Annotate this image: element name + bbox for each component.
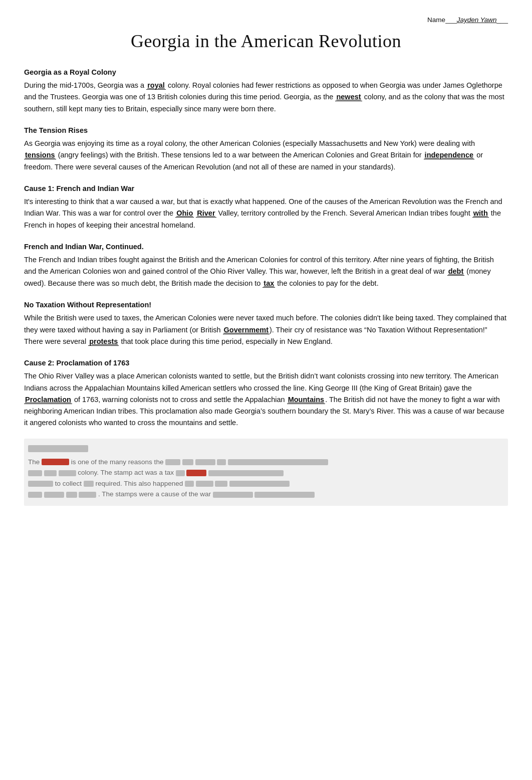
- redacted-section: The is one of the many reasons the colon…: [24, 439, 508, 506]
- name-line: Name___Jayden Yawn___: [24, 15, 508, 26]
- section-cause2-proclamation-1763: Cause 2: Proclamation of 1763The Ohio Ri…: [24, 357, 508, 429]
- fill-in-blank: with: [472, 209, 489, 218]
- section-body-cause2-proclamation-1763: The Ohio River Valley was a place Americ…: [24, 370, 508, 429]
- section-cause1-french-indian-war: Cause 1: French and Indian WarIt's inter…: [24, 183, 508, 231]
- page-title: Georgia in the American Revolution: [24, 28, 508, 56]
- section-tension-rises: The Tension RisesAs Georgia was enjoying…: [24, 125, 508, 173]
- section-title-cause2-proclamation-1763: Cause 2: Proclamation of 1763: [24, 357, 508, 368]
- fill-in-blank: newest: [335, 93, 362, 101]
- section-title-tension-rises: The Tension Rises: [24, 125, 508, 136]
- redacted-line-1: The is one of the many reasons the: [28, 457, 504, 468]
- fill-in-blank: Ohio: [175, 209, 194, 218]
- section-georgia-royal-colony: Georgia as a Royal ColonyDuring the mid-…: [24, 67, 508, 115]
- section-title-cause1-french-indian-war: Cause 1: French and Indian War: [24, 183, 508, 194]
- name-value: Jayden Yawn: [457, 16, 497, 24]
- fill-in-blank: Governmemt: [223, 326, 270, 334]
- fill-in-blank: royal: [146, 81, 166, 90]
- redacted-line-3: to collect required. This also happened: [28, 478, 504, 489]
- redacted-line-4: . The stamps were a cause of the war: [28, 489, 504, 500]
- section-french-indian-war-continued: French and Indian War, Continued.The Fre…: [24, 241, 508, 289]
- fill-in-blank: Proclamation: [24, 396, 72, 404]
- fill-in-blank: debt: [447, 267, 465, 276]
- fill-in-blank: River: [196, 209, 216, 218]
- redacted-section-title: [28, 445, 88, 452]
- redacted-line-2: colony. The stamp act was a tax: [28, 467, 504, 478]
- section-title-french-indian-war-continued: French and Indian War, Continued.: [24, 241, 508, 252]
- section-title-no-taxation: No Taxation Without Representation!: [24, 299, 508, 310]
- section-title-georgia-royal-colony: Georgia as a Royal Colony: [24, 67, 508, 78]
- fill-in-blank: protests: [88, 337, 119, 346]
- section-body-cause1-french-indian-war: It's interesting to think that a war cau…: [24, 196, 508, 231]
- fill-in-blank: Mountains: [287, 396, 326, 404]
- fill-in-blank: independence: [424, 151, 475, 159]
- section-body-georgia-royal-colony: During the mid-1700s, Georgia was a roya…: [24, 80, 508, 115]
- section-body-french-indian-war-continued: The French and Indian tribes fought agai…: [24, 254, 508, 289]
- fill-in-blank: tax: [262, 279, 275, 288]
- fill-in-blank: tensions: [24, 151, 56, 159]
- section-no-taxation: No Taxation Without Representation!While…: [24, 299, 508, 347]
- section-body-tension-rises: As Georgia was enjoying its time as a ro…: [24, 138, 508, 173]
- section-body-no-taxation: While the British were used to taxes, th…: [24, 312, 508, 347]
- name-label: Name: [427, 16, 445, 24]
